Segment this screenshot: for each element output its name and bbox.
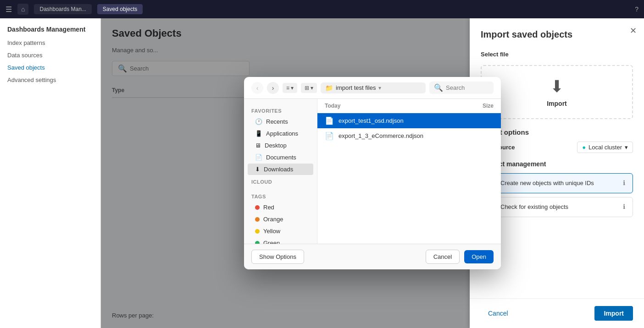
list-icon: ≡ [286, 85, 289, 91]
file-name-1: export_1_3_eCommerce.ndjson [339, 132, 494, 139]
file-name-0: export_test1_osd.ndjson [339, 117, 494, 124]
sidebar-title: Dashboards Management [0, 26, 100, 37]
show-options-button[interactable]: Show Options [251, 250, 304, 264]
dialog-sidebar: Favorites 🕐 Recents 📱 Applications 🖥 Des… [244, 99, 317, 244]
applications-icon: 📱 [255, 130, 262, 137]
chevron-down-icon: ▾ [291, 85, 294, 91]
icloud-section-title: iCloud [244, 175, 317, 186]
file-dialog-backdrop: ‹ › ≡ ▾ ⊞ ▾ 📁 import test files ▾ [101, 18, 644, 328]
sidebar-label: Data sources [7, 52, 43, 59]
nav-applications[interactable]: 📱 Applications [248, 128, 313, 139]
file-icon-1: 📄 [325, 131, 334, 140]
top-bar: ☰ ⌂ Dashboards Man... Saved objects ? [0, 0, 644, 18]
size-header: Size [483, 103, 494, 109]
dialog-body: Favorites 🕐 Recents 📱 Applications 🖥 Des… [244, 99, 501, 244]
tags-section-title: Tags [244, 190, 317, 201]
path-chevron-icon: ▾ [378, 85, 381, 91]
file-dialog: ‹ › ≡ ▾ ⊞ ▾ 📁 import test files ▾ [244, 77, 501, 269]
favorites-section-title: Favorites [244, 104, 317, 115]
file-list-header: Today Size [317, 99, 501, 113]
nav-desktop[interactable]: 🖥 Desktop [248, 140, 313, 151]
forward-button[interactable]: › [267, 82, 279, 94]
search-icon: 🔍 [434, 83, 443, 92]
grid-icon: ⊞ [305, 85, 309, 91]
orange-dot [255, 217, 260, 222]
nav-recents[interactable]: 🕐 Recents [248, 116, 313, 127]
main-layout: Dashboards Management Index patterns Dat… [0, 18, 644, 328]
red-dot [255, 205, 260, 210]
yellow-dot [255, 229, 260, 234]
desktop-icon: 🖥 [255, 142, 261, 149]
home-icon[interactable]: ⌂ [17, 4, 28, 15]
file-icon-0: 📄 [325, 116, 334, 125]
file-item-1[interactable]: 📄 export_1_3_eCommerce.ndjson [317, 128, 501, 143]
list-view-button[interactable]: ≡ ▾ [283, 83, 297, 93]
sidebar-label: Index patterns [7, 39, 45, 46]
dialog-open-button[interactable]: Open [464, 250, 494, 263]
dialog-search-input[interactable] [446, 84, 489, 91]
dialog-header: ‹ › ≡ ▾ ⊞ ▾ 📁 import test files ▾ [244, 77, 501, 99]
downloads-icon: ⬇ [255, 166, 260, 173]
hamburger-icon[interactable]: ☰ [6, 5, 12, 14]
tag-yellow[interactable]: Yellow [248, 225, 313, 237]
tag-green[interactable]: Green [248, 237, 313, 244]
folder-icon: 📁 [325, 84, 333, 92]
sidebar-item-saved-objects[interactable]: Saved objects [0, 61, 100, 74]
file-list: Today Size 📄 export_test1_osd.ndjson 📄 e… [317, 99, 501, 244]
nav-documents[interactable]: 📄 Documents [248, 152, 313, 163]
sidebar-item-data-sources[interactable]: Data sources [0, 49, 100, 61]
chevron-down-icon: ▾ [311, 85, 313, 91]
tag-orange[interactable]: Orange [248, 213, 313, 225]
content-area: Saved Objects Manage and so... 🔍 Type Ro… [101, 18, 644, 328]
nav-downloads[interactable]: ⬇ Downloads [248, 164, 313, 175]
file-item-0[interactable]: 📄 export_test1_osd.ndjson [317, 113, 501, 128]
sidebar-label: Saved objects [7, 64, 45, 71]
back-button[interactable]: ‹ [251, 82, 263, 94]
help-icon[interactable]: ? [635, 5, 638, 13]
tags-section: Tags Red Orange Yellow [244, 190, 317, 244]
sidebar-item-index-patterns[interactable]: Index patterns [0, 37, 100, 49]
date-header: Today [325, 103, 340, 109]
current-path: import test files [336, 84, 376, 91]
tag-red[interactable]: Red [248, 202, 313, 213]
sidebar: Dashboards Management Index patterns Dat… [0, 18, 101, 328]
sidebar-item-advanced-settings[interactable]: Advanced settings [0, 74, 100, 86]
path-display: 📁 import test files ▾ [321, 82, 426, 93]
dialog-footer: Show Options Cancel Open [244, 244, 501, 269]
sidebar-label: Advanced settings [7, 77, 56, 83]
tab-dashboards[interactable]: Dashboards Man... [34, 4, 91, 14]
dialog-cancel-button[interactable]: Cancel [426, 250, 460, 264]
recents-icon: 🕐 [255, 118, 262, 125]
grid-view-button[interactable]: ⊞ ▾ [301, 83, 317, 93]
search-dialog: 🔍 [429, 82, 494, 94]
documents-icon: 📄 [255, 154, 262, 161]
tab-saved-objects[interactable]: Saved objects [97, 4, 143, 14]
